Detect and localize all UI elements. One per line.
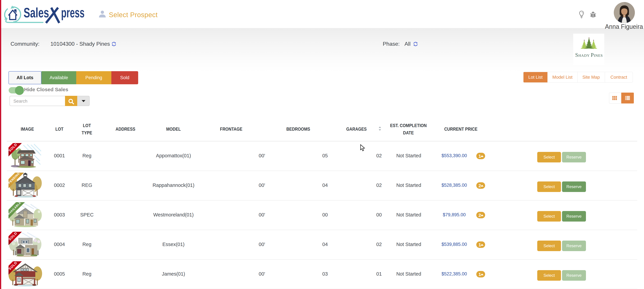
svg-text:press: press (61, 5, 84, 20)
svg-text:Sales: Sales (24, 5, 49, 20)
svg-text:SHADY PINES: SHADY PINES (575, 52, 603, 58)
